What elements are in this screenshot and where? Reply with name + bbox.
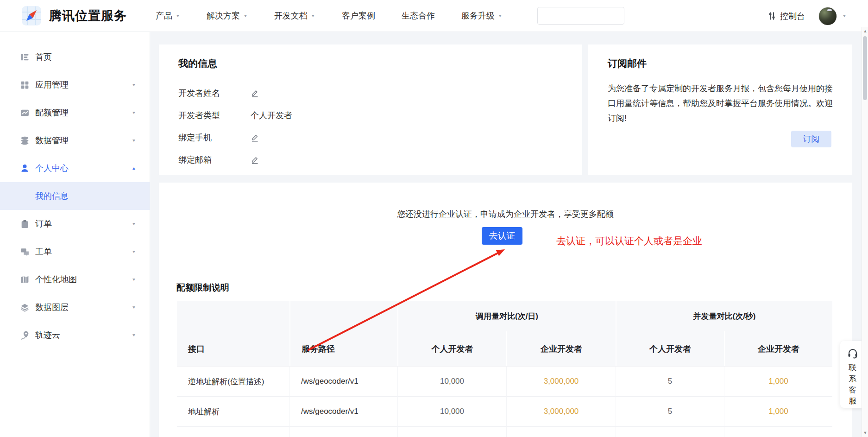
go-certify-button[interactable]: 去认证 xyxy=(482,227,522,245)
location-pin-icon xyxy=(20,330,30,340)
profile-field-phone: 绑定手机 xyxy=(178,131,563,144)
subscribe-button[interactable]: 订阅 xyxy=(791,131,831,147)
console-label: 控制台 xyxy=(780,11,805,22)
chevron-down-icon: ▼ xyxy=(132,305,136,309)
nav-item-ecosystem[interactable]: 生态合作 xyxy=(402,10,435,21)
field-label: 绑定手机 xyxy=(178,132,232,143)
table-cell: 10,000 xyxy=(397,426,506,437)
brand[interactable]: 腾讯位置服务 xyxy=(21,6,127,26)
search-box[interactable] xyxy=(537,7,624,25)
certification-message: 您还没进行企业认证，申请成为企业开发者，享受更多配额 xyxy=(159,209,852,220)
sidebar-item-home[interactable]: 首页 xyxy=(0,43,150,71)
table-cell: /ws/geocoder/v1 xyxy=(289,396,397,426)
list-icon xyxy=(20,52,30,62)
table-group-header-concurrency: 并发量对比(次/秒) xyxy=(616,301,832,331)
scrollbar-down-arrow[interactable]: ▼ xyxy=(862,430,868,436)
sidebar-item-label: 轨迹云 xyxy=(35,329,60,341)
scrollbar-thumb[interactable] xyxy=(863,36,867,100)
sidebar-item-layers[interactable]: 数据图层 ▼ xyxy=(0,293,150,321)
contact-support-label: 联系客服 xyxy=(849,362,857,407)
field-label: 开发者类型 xyxy=(178,110,232,121)
avatar[interactable] xyxy=(818,7,837,25)
nav-item-label: 服务升级 xyxy=(461,10,495,21)
nav-item-cases[interactable]: 客户案例 xyxy=(342,10,375,21)
sidebar: 首页 应用管理 ▼ 配额管理 ▼ 数据管理 ▼ 个人中心 xyxy=(0,32,150,437)
nav-item-docs[interactable]: 开发文档 ▼ xyxy=(274,10,315,21)
table-cell: /ws/place/v1/search xyxy=(289,426,397,437)
table-cell: 逆地址解析(位置描述) xyxy=(177,366,289,396)
edit-pencil-icon[interactable] xyxy=(251,89,259,97)
chevron-down-icon[interactable]: ▼ xyxy=(842,14,847,18)
nav-item-label: 生态合作 xyxy=(402,10,435,21)
sidebar-item-label: 应用管理 xyxy=(35,79,69,90)
certification-section: 您还没进行企业认证，申请成为企业开发者，享受更多配额 去认证 去认证，可以认证个… xyxy=(159,183,852,437)
red-annotation-text: 去认证，可以认证个人或者是企业 xyxy=(556,234,702,247)
chevron-down-icon: ▼ xyxy=(132,138,136,142)
table-cell: 1,000 xyxy=(724,366,832,396)
sidebar-item-label: 订单 xyxy=(35,218,52,229)
chevron-down-icon: ▼ xyxy=(243,13,248,18)
sidebar-subitem-my-info[interactable]: 我的信息 xyxy=(0,182,150,210)
edit-pencil-icon[interactable] xyxy=(251,156,259,164)
column-header-personal: 个人开发者 xyxy=(616,331,724,366)
chevron-down-icon: ▼ xyxy=(132,222,136,226)
table-group-header-calls: 调用量对比(次/日) xyxy=(397,301,616,331)
clipboard-icon xyxy=(20,219,30,229)
database-icon xyxy=(20,136,30,146)
sidebar-item-orders[interactable]: 订单 ▼ xyxy=(0,210,150,238)
field-label: 绑定邮箱 xyxy=(178,154,232,165)
console-link[interactable]: 控制台 xyxy=(767,11,805,22)
column-header-api: 接口 xyxy=(177,331,289,366)
compass-logo-icon xyxy=(21,6,42,26)
chevron-down-icon: ▼ xyxy=(176,13,180,18)
headset-icon xyxy=(847,348,858,359)
nav-item-upgrade[interactable]: 服务升级 ▼ xyxy=(461,10,503,21)
chevron-down-icon: ▼ xyxy=(132,110,136,114)
chevron-down-icon: ▼ xyxy=(311,13,315,18)
navbar-right: 控制台 ▼ xyxy=(767,0,847,32)
nav-item-label: 客户案例 xyxy=(342,10,375,21)
profile-card-title: 我的信息 xyxy=(178,57,563,70)
chevron-down-icon: ▼ xyxy=(132,82,136,87)
nav-item-solutions[interactable]: 解决方案 ▼ xyxy=(207,10,248,21)
column-header-enterprise: 企业开发者 xyxy=(724,331,832,366)
sidebar-item-label: 工单 xyxy=(35,246,52,257)
profile-fields: 开发者姓名 开发者类型 个人开发者 绑定手机 xyxy=(178,87,563,166)
sidebar-item-custom-map[interactable]: 个性化地图 ▼ xyxy=(0,266,150,293)
chevron-down-icon: ▼ xyxy=(132,333,136,337)
sidebar-item-data[interactable]: 数据管理 ▼ xyxy=(0,127,150,154)
column-header-enterprise: 企业开发者 xyxy=(506,331,616,366)
table-cell: 500,000 xyxy=(506,426,616,437)
chevron-down-icon: ▼ xyxy=(132,249,136,253)
page-scrollbar[interactable]: ▲ ▼ xyxy=(862,27,868,437)
chevron-up-icon: ▲ xyxy=(132,166,136,170)
chevron-down-icon: ▼ xyxy=(132,277,136,281)
main-content: 我的信息 开发者姓名 开发者类型 个人开发者 绑定手机 xyxy=(150,32,868,437)
sidebar-item-profile[interactable]: 个人中心 ▲ xyxy=(0,154,150,182)
table-cell: 1,000 xyxy=(724,396,832,426)
profile-card: 我的信息 开发者姓名 开发者类型 个人开发者 绑定手机 xyxy=(159,44,582,175)
profile-field-type: 开发者类型 个人开发者 xyxy=(178,109,563,122)
grid-icon xyxy=(20,80,30,90)
edit-pencil-icon[interactable] xyxy=(251,133,259,142)
console-sliders-icon xyxy=(767,12,776,20)
sidebar-item-track-cloud[interactable]: 轨迹云 ▼ xyxy=(0,321,150,349)
table-cell: 5 xyxy=(616,366,724,396)
sidebar-item-tickets[interactable]: 工单 ▼ xyxy=(0,238,150,266)
subscribe-card: 订阅邮件 为您准备了专属定制的开发者服务月报，包含您每月使用的接口用量统计等信息… xyxy=(588,44,852,175)
chevron-down-icon: ▼ xyxy=(498,13,503,18)
nav-menu: 产品 ▼ 解决方案 ▼ 开发文档 ▼ 客户案例 生态合作 服务升级 ▼ xyxy=(156,10,529,21)
sidebar-item-apps[interactable]: 应用管理 ▼ xyxy=(0,71,150,99)
profile-field-name: 开发者姓名 xyxy=(178,87,563,100)
chat-bubbles-icon xyxy=(20,247,30,257)
table-cell: 3,000,000 xyxy=(506,396,616,426)
table-cell: 地点搜索 xyxy=(177,426,289,437)
search-input[interactable] xyxy=(520,7,624,24)
sidebar-item-label: 首页 xyxy=(35,51,52,63)
sidebar-item-quota[interactable]: 配额管理 ▼ xyxy=(0,99,150,127)
top-navbar: 腾讯位置服务 产品 ▼ 解决方案 ▼ 开发文档 ▼ 客户案例 生态合作 服务升级… xyxy=(0,0,868,32)
table-cell: 5 xyxy=(616,426,724,437)
nav-item-products[interactable]: 产品 ▼ xyxy=(156,10,180,21)
table-cell: /ws/geocoder/v1 xyxy=(289,366,397,396)
scrollbar-up-arrow[interactable]: ▲ xyxy=(862,28,868,34)
